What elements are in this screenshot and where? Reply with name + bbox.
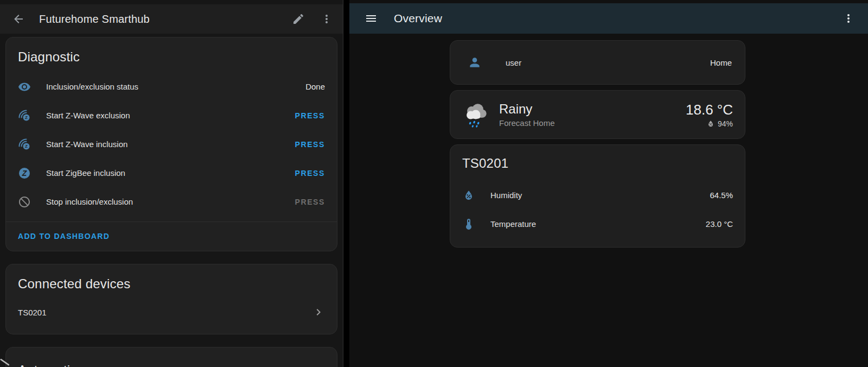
- row-value: 23.0 °C: [706, 219, 733, 229]
- device-list-item[interactable]: TS0201: [18, 299, 325, 326]
- chevron-right-icon: [312, 306, 325, 319]
- weather-condition: Rainy: [499, 102, 686, 117]
- zwave-icon: Z: [18, 109, 31, 122]
- row-temperature[interactable]: Temperature 23.0 °C: [462, 210, 733, 238]
- automations-title: Automations: [18, 363, 92, 367]
- app-split-view: Futurehome Smarthub Diagnostic: [0, 0, 868, 367]
- row-value: 64.5%: [710, 191, 733, 200]
- eye-icon: [18, 80, 31, 93]
- cancel-icon: [18, 195, 31, 208]
- row-zwave-exclusion: Z Start Z-Wave exclusion PRESS: [18, 101, 325, 130]
- hamburger-menu-icon[interactable]: [365, 12, 378, 25]
- person-icon: [468, 55, 482, 69]
- weather-readings: 18.6 °C 94%: [686, 102, 733, 128]
- press-button-disabled: PRESS: [295, 198, 325, 206]
- user-entity-card[interactable]: user Home: [450, 40, 745, 85]
- device-content: Diagnostic Inclusion/exclusion status Do…: [0, 34, 343, 367]
- user-location: Home: [710, 58, 732, 67]
- row-label: Start Z-Wave inclusion: [46, 140, 295, 149]
- weather-card[interactable]: Rainy Forecast Home 18.6 °C 94%: [450, 90, 745, 139]
- weather-humidity: 94%: [718, 119, 733, 128]
- device-detail-panel: Futurehome Smarthub Diagnostic: [0, 0, 343, 367]
- sensor-card: TS0201 Humidity 64.5%: [450, 144, 745, 248]
- row-label: Stop inclusion/exclusion: [46, 197, 295, 206]
- row-label: Start ZigBee inclusion: [46, 168, 295, 178]
- device-header: Futurehome Smarthub: [0, 4, 343, 34]
- humidity-drop-icon: [706, 119, 715, 128]
- add-to-dashboard-button[interactable]: ADD TO DASHBOARD: [18, 232, 110, 241]
- diagnostic-card-title: Diagnostic: [18, 49, 325, 65]
- edit-pencil-icon[interactable]: [292, 12, 305, 26]
- row-zigbee-inclusion: Z Start ZigBee inclusion PRESS: [18, 159, 325, 187]
- device-title: Futurehome Smarthub: [39, 13, 292, 26]
- row-label: Inclusion/exclusion status: [46, 82, 305, 91]
- diagnostic-card: Diagnostic Inclusion/exclusion status Do…: [5, 37, 337, 251]
- back-arrow-icon[interactable]: [12, 12, 25, 26]
- row-stop-inclusion: Stop inclusion/exclusion PRESS: [18, 187, 325, 216]
- row-label: Humidity: [490, 191, 710, 200]
- press-button[interactable]: PRESS: [295, 140, 325, 149]
- humidity-icon: [462, 189, 475, 202]
- automations-card: Automations: [5, 347, 337, 367]
- zwave-icon: Z: [18, 138, 31, 151]
- row-humidity[interactable]: Humidity 64.5%: [462, 181, 733, 210]
- weather-main: Rainy Forecast Home: [499, 102, 686, 128]
- row-zwave-inclusion: Z Start Z-Wave inclusion PRESS: [18, 130, 325, 159]
- sensor-card-title: TS0201: [462, 156, 733, 171]
- overflow-menu-icon[interactable]: [320, 12, 333, 26]
- user-name: user: [506, 58, 710, 67]
- press-button[interactable]: PRESS: [295, 111, 325, 120]
- overview-content: user Home: [349, 34, 868, 248]
- device-name: TS0201: [18, 308, 312, 317]
- row-label: Start Z-Wave exclusion: [46, 111, 295, 120]
- connected-devices-title: Connected devices: [18, 276, 325, 292]
- svg-text:Z: Z: [22, 168, 27, 177]
- overview-panel: Overview user Home: [349, 0, 868, 367]
- thermometer-icon: [462, 218, 475, 231]
- svg-text:Z: Z: [25, 144, 28, 149]
- weather-rainy-icon: [459, 98, 492, 131]
- zigbee-icon: Z: [18, 167, 31, 180]
- press-button[interactable]: PRESS: [295, 169, 325, 178]
- overview-header: Overview: [349, 3, 868, 34]
- weather-temperature: 18.6 °C: [686, 102, 733, 118]
- diagnostic-card-footer: ADD TO DASHBOARD: [6, 222, 337, 251]
- overview-title: Overview: [394, 12, 842, 25]
- connected-devices-card: Connected devices TS0201: [5, 264, 337, 334]
- svg-text:Z: Z: [25, 115, 28, 120]
- row-inclusion-status: Inclusion/exclusion status Done: [18, 72, 325, 101]
- overflow-menu-icon[interactable]: [842, 12, 855, 25]
- weather-subtitle: Forecast Home: [499, 118, 686, 128]
- row-value: Done: [305, 82, 325, 91]
- row-label: Temperature: [490, 219, 706, 229]
